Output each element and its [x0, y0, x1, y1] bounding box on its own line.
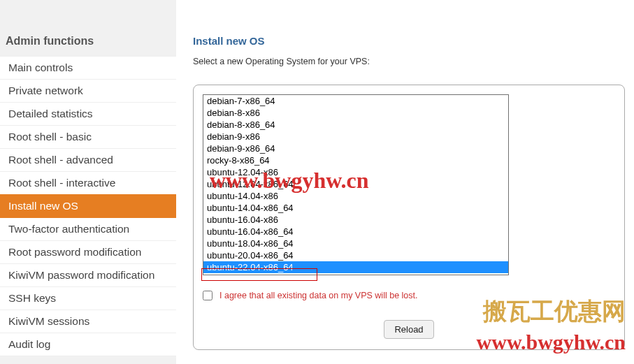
page-title: Install new OS — [193, 35, 634, 47]
os-option[interactable]: rocky-8-x86_64 — [203, 154, 508, 166]
os-select[interactable]: debian-7-x86_64debian-8-x86debian-8-x86_… — [203, 94, 509, 275]
os-option[interactable]: ubuntu-14.04-x86 — [203, 190, 508, 202]
sidebar-item-audit-log[interactable]: Audit log — [0, 333, 176, 356]
os-option[interactable]: debian-9-x86 — [203, 131, 508, 143]
sidebar-item-ssh-keys[interactable]: SSH keys — [0, 286, 176, 310]
sidebar-item-root-password-modification[interactable]: Root password modification — [0, 240, 176, 263]
os-option[interactable]: ubuntu-22.04-x86_64 — [203, 261, 508, 273]
os-option[interactable]: debian-7-x86_64 — [203, 95, 508, 107]
os-option[interactable]: debian-9-x86_64 — [203, 143, 508, 154]
sidebar-item-root-shell-basic[interactable]: Root shell - basic — [0, 125, 176, 148]
sidebar: Admin functions Main controlsPrivate net… — [0, 0, 176, 364]
sidebar-item-root-shell-interactive[interactable]: Root shell - interactive — [0, 171, 176, 194]
os-option[interactable]: ubuntu-12.04-x86 — [203, 166, 508, 178]
main-content: Install new OS Select a new Operating Sy… — [176, 0, 634, 364]
sidebar-item-root-shell-advanced[interactable]: Root shell - advanced — [0, 148, 176, 171]
os-option[interactable]: ubuntu-20.04-x86_64 — [203, 249, 508, 261]
page-subtitle: Select a new Operating System for your V… — [193, 57, 634, 66]
sidebar-item-private-network[interactable]: Private network — [0, 79, 176, 102]
sidebar-item-two-factor-authentication[interactable]: Two-factor authentication — [0, 217, 176, 240]
os-option[interactable]: ubuntu-18.04-x86_64 — [203, 238, 508, 249]
sidebar-item-kiwivm-sessions[interactable]: KiwiVM sessions — [0, 310, 176, 333]
os-option[interactable]: ubuntu-16.04-x86 — [203, 214, 508, 226]
os-option[interactable]: debian-8-x86_64 — [203, 119, 508, 131]
sidebar-item-main-controls[interactable]: Main controls — [0, 56, 176, 79]
sidebar-header-migration: Migration — [0, 356, 176, 364]
os-option[interactable]: ubuntu-12.04-x86_64 — [203, 178, 508, 190]
os-option[interactable]: ubuntu-16.04-x86_64 — [203, 226, 508, 238]
agree-checkbox[interactable] — [203, 291, 212, 300]
os-card: debian-7-x86_64debian-8-x86debian-8-x86_… — [193, 85, 625, 350]
sidebar-item-kiwivm-password-modification[interactable]: KiwiVM password modification — [0, 263, 176, 286]
agree-label: I agree that all existing data on my VPS… — [219, 291, 417, 300]
sidebar-header-admin: Admin functions — [0, 28, 176, 56]
os-option[interactable]: ubuntu-14.04-x86_64 — [203, 202, 508, 214]
sidebar-item-detailed-statistics[interactable]: Detailed statistics — [0, 102, 176, 125]
sidebar-item-install-new-os[interactable]: Install new OS — [0, 194, 176, 217]
reload-button[interactable]: Reload — [384, 320, 433, 339]
os-option[interactable]: debian-8-x86 — [203, 107, 508, 119]
agree-row: I agree that all existing data on my VPS… — [203, 291, 615, 300]
